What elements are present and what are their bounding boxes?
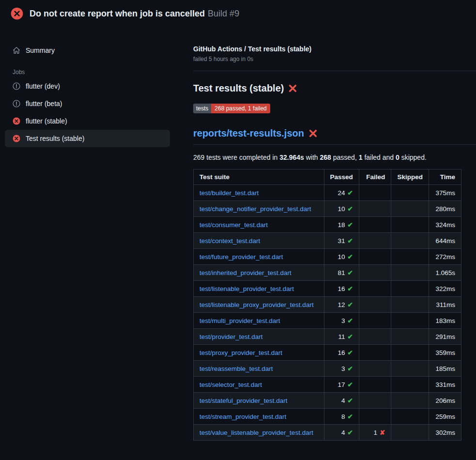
suite-link[interactable]: test/listenable_provider_test.dart xyxy=(200,285,294,292)
skipped-cell xyxy=(391,249,429,265)
alert-circle-icon xyxy=(13,82,20,90)
section-heading: Test results (stable) xyxy=(193,83,461,94)
suite-link[interactable]: test/context_test.dart xyxy=(200,237,260,245)
summary-text-part: 268 xyxy=(320,153,331,161)
passed-cell: 4✔ xyxy=(324,393,359,409)
passed-count: 4 xyxy=(341,397,345,404)
suite-cell: test/inherited_provider_test.dart xyxy=(194,265,324,281)
time-cell: 359ms xyxy=(429,345,461,361)
failed-cell xyxy=(359,313,391,329)
jobs-section-label: Jobs xyxy=(13,69,170,76)
skipped-cell xyxy=(391,217,429,233)
time-cell: 331ms xyxy=(429,377,461,393)
skipped-cell xyxy=(391,297,429,313)
suite-link[interactable]: test/multi_provider_test.dart xyxy=(200,317,280,324)
time-cell: 291ms xyxy=(429,329,461,345)
suite-link[interactable]: test/listenable_proxy_provider_test.dart xyxy=(200,301,314,308)
time-cell: 375ms xyxy=(429,185,461,201)
column-header: Skipped xyxy=(391,169,429,185)
suite-link[interactable]: test/stream_provider_test.dart xyxy=(200,413,286,420)
check-icon: ✔ xyxy=(348,397,353,404)
table-row: test/stream_provider_test.dart8✔259ms xyxy=(194,409,461,425)
skipped-cell xyxy=(391,185,429,201)
time-cell: 183ms xyxy=(429,313,461,329)
column-header: Failed xyxy=(359,169,391,185)
failed-cell xyxy=(359,185,391,201)
run-status-line: failed 5 hours ago in 0s xyxy=(193,56,461,62)
summary-text-part: 32.964s xyxy=(279,153,304,161)
table-row: test/context_test.dart31✔644ms xyxy=(194,233,461,249)
suite-link[interactable]: test/proxy_provider_test.dart xyxy=(200,349,282,356)
passed-cell: 17✔ xyxy=(324,377,359,393)
suite-link[interactable]: test/change_notifier_provider_test.dart xyxy=(200,205,311,213)
suite-link[interactable]: test/consumer_test.dart xyxy=(200,221,268,229)
failed-cell xyxy=(359,393,391,409)
check-icon: ✔ xyxy=(348,381,353,388)
suite-link[interactable]: test/stateful_provider_test.dart xyxy=(200,397,288,404)
suite-link[interactable]: test/value_listenable_provider_test.dart xyxy=(200,429,313,436)
suite-link[interactable]: test/selector_test.dart xyxy=(200,381,262,388)
sidebar-item-job[interactable]: flutter (stable) xyxy=(5,112,170,130)
check-icon: ✔ xyxy=(348,205,353,213)
table-row: test/listenable_proxy_provider_test.dart… xyxy=(194,297,461,313)
skipped-cell xyxy=(391,377,429,393)
suite-cell: test/stream_provider_test.dart xyxy=(194,409,324,425)
passed-cell: 81✔ xyxy=(324,265,359,281)
passed-count: 17 xyxy=(338,381,345,388)
sidebar-item-job[interactable]: flutter (beta) xyxy=(5,95,170,112)
table-row: test/listenable_provider_test.dart16✔322… xyxy=(194,281,461,297)
suite-link[interactable]: test/future_provider_test.dart xyxy=(200,253,283,261)
passed-count: 12 xyxy=(338,301,345,308)
passed-count: 3 xyxy=(341,317,345,324)
failed-cell xyxy=(359,345,391,361)
passed-count: 3 xyxy=(341,365,345,372)
failed-cell xyxy=(359,217,391,233)
check-icon: ✔ xyxy=(348,349,353,356)
table-row: test/future_provider_test.dart10✔272ms xyxy=(194,249,461,265)
header: Do not create report when job is cancell… xyxy=(0,0,476,27)
check-icon: ✔ xyxy=(348,285,353,292)
suite-cell: test/listenable_provider_test.dart xyxy=(194,281,324,297)
table-row: test/selector_test.dart17✔331ms xyxy=(194,377,461,393)
report-link[interactable]: reports/test-results.json xyxy=(193,128,304,139)
build-number: Build #9 xyxy=(208,9,239,18)
passed-count: 31 xyxy=(338,237,345,245)
section-title: Test results (stable) xyxy=(193,83,284,94)
table-row: test/provider_test.dart11✔291ms xyxy=(194,329,461,345)
passed-cell: 3✔ xyxy=(324,361,359,377)
table-body: test/builder_test.dart24✔375mstest/chang… xyxy=(194,185,461,441)
suite-cell: test/builder_test.dart xyxy=(194,185,324,201)
check-icon: ✔ xyxy=(348,189,353,197)
skipped-cell xyxy=(391,313,429,329)
passed-count: 10 xyxy=(338,253,345,261)
skipped-cell xyxy=(391,281,429,297)
check-icon: ✔ xyxy=(348,237,353,245)
table-row: test/builder_test.dart24✔375ms xyxy=(194,185,461,201)
suite-link[interactable]: test/inherited_provider_test.dart xyxy=(200,269,292,276)
suite-link[interactable]: test/provider_test.dart xyxy=(200,333,263,340)
passed-cell: 10✔ xyxy=(324,249,359,265)
x-circle-fill-icon xyxy=(11,7,23,20)
sidebar-item-job[interactable]: Test results (stable) xyxy=(5,130,170,147)
skipped-cell xyxy=(391,233,429,249)
run-title: Do not create report when job is cancell… xyxy=(30,9,205,18)
badge-value: 268 passed, 1 failed xyxy=(211,104,270,113)
results-table: Test suitePassedFailedSkippedTime test/b… xyxy=(193,169,461,441)
breadcrumb: GitHub Actions / Test results (stable) xyxy=(193,45,461,53)
sidebar-item-summary[interactable]: Summary xyxy=(5,42,170,59)
table-row: test/inherited_provider_test.dart81✔1.06… xyxy=(194,265,461,281)
sidebar: Summary Jobs flutter (dev)flutter (beta)… xyxy=(0,27,193,147)
column-header: Test suite xyxy=(194,169,324,185)
passed-count: 4 xyxy=(341,429,345,436)
sidebar-item-job[interactable]: flutter (dev) xyxy=(5,77,170,95)
failed-cell xyxy=(359,297,391,313)
passed-count: 8 xyxy=(341,413,345,420)
sidebar-item-label: flutter (dev) xyxy=(26,82,60,90)
suite-cell: test/change_notifier_provider_test.dart xyxy=(194,201,324,217)
sidebar-item-label: Test results (stable) xyxy=(26,135,84,142)
summary-sentence: 269 tests were completed in 32.964s with… xyxy=(193,153,461,161)
suite-link[interactable]: test/reassemble_test.dart xyxy=(200,365,273,372)
suite-cell: test/stateful_provider_test.dart xyxy=(194,393,324,409)
suite-link[interactable]: test/builder_test.dart xyxy=(200,189,259,197)
skipped-cell xyxy=(391,361,429,377)
